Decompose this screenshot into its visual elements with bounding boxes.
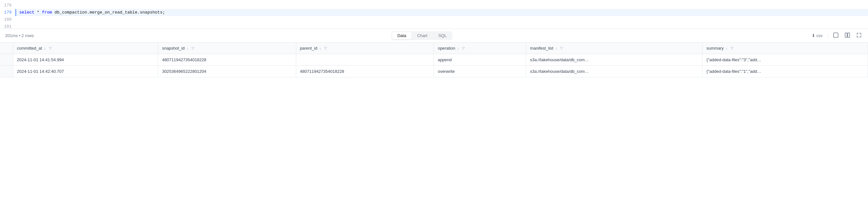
editor-area: 178 179 180 181 select * from db_compact…	[0, 0, 868, 29]
col-label-parent-id: parent_id	[300, 46, 317, 51]
col-header-operation[interactable]: operation ↕ ▽	[434, 43, 526, 54]
line-numbers: 178 179 180 181	[0, 0, 16, 29]
line-number-178: 178	[4, 2, 11, 9]
svg-rect-1	[845, 33, 847, 37]
code-line-179: select * from db_compaction.merge_on_rea…	[16, 9, 868, 16]
filter-icon-manifest-list[interactable]: ▽	[560, 46, 563, 50]
tab-chart[interactable]: Chart	[412, 32, 433, 39]
cell-parent-id-1	[296, 54, 434, 66]
toolbar-actions: ⬇ csv	[810, 32, 863, 39]
cell-snapshot-id-2: 3025364965222801204	[158, 66, 296, 77]
csv-label: csv	[816, 33, 823, 38]
table-row: 2024-11-01 14:41:54.994 4807119427354018…	[0, 54, 868, 66]
col-label-operation: operation	[438, 46, 455, 51]
col-label-snapshot-id: snapshot_id	[162, 46, 184, 51]
col-header-summary[interactable]: summary ↕ ▽	[703, 43, 868, 54]
sort-icon-snapshot-id[interactable]: ↕	[187, 47, 189, 50]
table-row: 2024-11-01 14:42:40.707 3025364965222801…	[0, 66, 868, 77]
sort-icon-manifest-list[interactable]: ↕	[555, 47, 557, 50]
col-header-parent-id[interactable]: parent_id ↕ ▽	[296, 43, 434, 54]
cell-operation-1: append	[434, 54, 526, 66]
results-area: 201ms • 2 rows Data Chart SQL ⬇ csv	[0, 29, 868, 223]
sort-icon-committed-at[interactable]: ↕	[44, 47, 46, 50]
col-header-snapshot-id[interactable]: snapshot_id ↕ ▽	[158, 43, 296, 54]
cell-manifest-list-1: s3a://lakehouse/data/db_com…	[526, 54, 703, 66]
download-csv-button[interactable]: ⬇ csv	[810, 32, 824, 39]
view-split-button[interactable]	[843, 32, 851, 39]
stats-label: 201ms • 2 rows	[5, 33, 34, 38]
cell-summary-2: {"added-data-files":"1","add…	[703, 66, 868, 77]
filter-icon-snapshot-id[interactable]: ▽	[192, 46, 194, 50]
code-line-180	[16, 16, 868, 23]
col-label-committed-at: committed_at	[17, 46, 42, 51]
table-header-row: committed_at ↕ ▽ snapshot_id ↕ ▽	[0, 43, 868, 54]
sort-icon-operation[interactable]: ↕	[457, 47, 459, 50]
cell-rownum-2	[0, 66, 13, 77]
col-header-committed-at[interactable]: committed_at ↕ ▽	[13, 43, 158, 54]
line-number-179: 179	[4, 9, 11, 16]
view-single-icon	[833, 32, 838, 39]
toolbar: 201ms • 2 rows Data Chart SQL ⬇ csv	[0, 29, 868, 43]
cell-operation-2: overwrite	[434, 66, 526, 77]
tab-sql[interactable]: SQL	[433, 32, 452, 39]
view-split-icon	[845, 32, 850, 39]
data-table: committed_at ↕ ▽ snapshot_id ↕ ▽	[0, 43, 868, 77]
cell-snapshot-id-1: 4807119427354018228	[158, 54, 296, 66]
code-line-178	[16, 2, 868, 9]
cell-committed-at-2: 2024-11-01 14:42:40.707	[13, 66, 158, 77]
cell-parent-id-2: 4807119427354018228	[296, 66, 434, 77]
line-number-180: 180	[4, 16, 11, 23]
tab-data[interactable]: Data	[392, 32, 411, 39]
cell-committed-at-1: 2024-11-01 14:41:54.994	[13, 54, 158, 66]
sort-icon-summary[interactable]: ↕	[726, 47, 727, 50]
svg-rect-2	[848, 33, 850, 37]
expand-button[interactable]	[855, 32, 863, 39]
cell-summary-1: {"added-data-files":"3","add…	[703, 54, 868, 66]
svg-rect-0	[834, 33, 838, 37]
tab-group: Data Chart SQL	[392, 31, 452, 40]
cell-rownum-1	[0, 54, 13, 66]
filter-icon-summary[interactable]: ▽	[731, 46, 733, 50]
download-icon: ⬇	[812, 33, 815, 38]
cell-manifest-list-2: s3a://lakehouse/data/db_com…	[526, 66, 703, 77]
data-table-container[interactable]: committed_at ↕ ▽ snapshot_id ↕ ▽	[0, 43, 868, 223]
col-header-rownum	[0, 43, 13, 54]
expand-icon	[857, 32, 862, 39]
col-header-manifest-list[interactable]: manifest_list ↕ ▽	[526, 43, 703, 54]
filter-icon-operation[interactable]: ▽	[462, 46, 465, 50]
filter-icon-parent-id[interactable]: ▽	[324, 46, 327, 50]
col-label-manifest-list: manifest_list	[530, 46, 553, 51]
sort-icon-parent-id[interactable]: ↕	[319, 47, 321, 50]
main-content: 178 179 180 181 select * from db_compact…	[0, 0, 868, 223]
view-single-button[interactable]	[832, 32, 840, 39]
col-label-summary: summary	[706, 46, 723, 51]
filter-icon-committed-at[interactable]: ▽	[49, 46, 52, 50]
divider-1	[828, 33, 828, 38]
code-content[interactable]: select * from db_compaction.merge_on_rea…	[16, 0, 868, 29]
